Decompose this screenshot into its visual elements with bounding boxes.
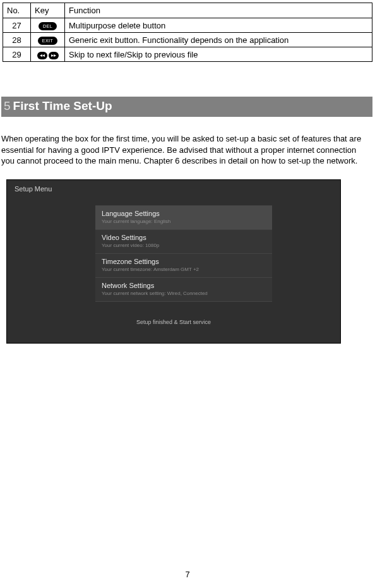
table-row: 28 EXIT Generic exit button. Functionali… (3, 33, 372, 47)
setup-item-timezone: Timezone Settings Your current timezone:… (95, 253, 272, 277)
cell-no: 29 (3, 47, 31, 62)
setup-menu-list: Language Settings Your current language:… (95, 205, 272, 302)
cell-key: EXIT (31, 33, 65, 47)
th-no: No. (3, 3, 31, 18)
cell-key: DEL (31, 18, 65, 33)
skip-buttons-icon: ◂◂ ▸▸ (37, 52, 59, 59)
page-number: 7 (0, 570, 375, 579)
setup-item-title: Timezone Settings (102, 258, 266, 265)
setup-item-title: Language Settings (102, 210, 266, 217)
exit-button-icon: EXIT (38, 37, 58, 45)
setup-item-title: Network Settings (102, 282, 266, 289)
section-number: 5 (4, 99, 11, 112)
del-button-icon: DEL (39, 22, 57, 30)
section-title: First Time Set-Up (13, 99, 112, 112)
key-function-table: No. Key Function 27 DEL Multipurpose del… (3, 3, 372, 62)
cell-no: 27 (3, 18, 31, 33)
setup-item-language: Language Settings Your current language:… (95, 205, 272, 229)
setup-item-subtitle: Your current timezone: Amsterdam GMT +2 (102, 267, 266, 272)
section-header: 5First Time Set-Up (1, 97, 372, 117)
table-row: 29 ◂◂ ▸▸ Skip to next file/Skip to previ… (3, 47, 372, 62)
cell-fn: Skip to next file/Skip to previous file (65, 47, 372, 62)
cell-no: 28 (3, 33, 31, 47)
cell-key: ◂◂ ▸▸ (31, 47, 65, 62)
skip-next-icon: ▸▸ (49, 52, 59, 59)
setup-item-network: Network Settings Your current network se… (95, 277, 272, 302)
setup-menu-screenshot: Setup Menu Language Settings Your curren… (6, 179, 341, 344)
setup-menu-title: Setup Menu (15, 185, 52, 193)
cell-fn: Multipurpose delete button (65, 18, 372, 33)
setup-finish-label: Setup finished & Start service (7, 319, 340, 325)
th-fn: Function (65, 3, 372, 18)
skip-prev-icon: ◂◂ (37, 52, 47, 59)
setup-item-title: Video Settings (102, 234, 266, 241)
th-key: Key (31, 3, 65, 18)
cell-fn: Generic exit button. Functionality depen… (65, 33, 372, 47)
setup-item-video: Video Settings Your current video: 1080p (95, 229, 272, 253)
body-paragraph: When operating the box for the first tim… (1, 133, 369, 167)
setup-item-subtitle: Your current language: English (102, 219, 266, 224)
setup-item-subtitle: Your current video: 1080p (102, 243, 266, 248)
table-row: 27 DEL Multipurpose delete button (3, 18, 372, 33)
setup-item-subtitle: Your current network setting: Wired, Con… (102, 291, 266, 296)
